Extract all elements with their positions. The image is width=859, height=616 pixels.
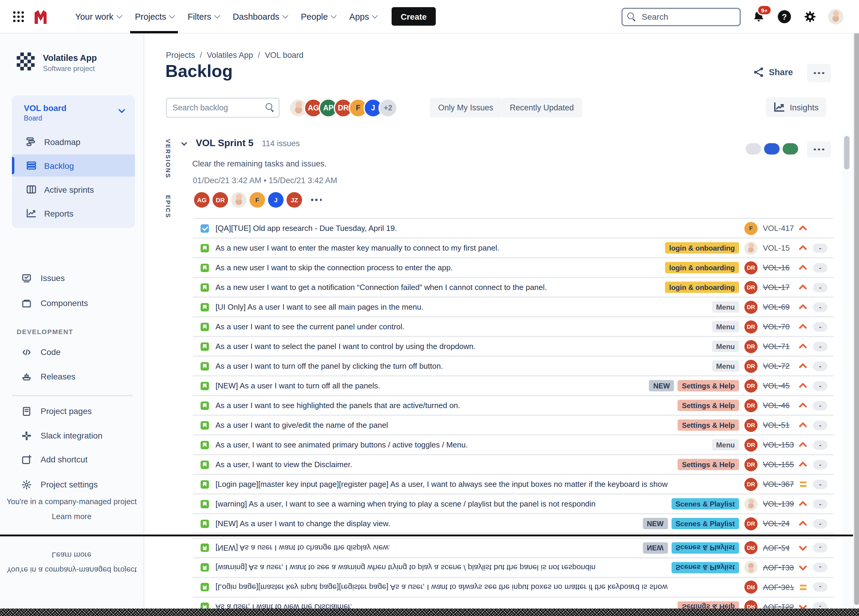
- sprint-name[interactable]: VOL Sprint 5: [196, 138, 253, 148]
- estimate-badge[interactable]: -: [813, 381, 827, 390]
- learn-more-link[interactable]: Learn more: [0, 512, 143, 521]
- assignee-avatar[interactable]: DR: [744, 458, 757, 471]
- settings-gear-icon[interactable]: [802, 9, 818, 25]
- content-scrollbar-thumb[interactable]: [844, 136, 850, 170]
- assignee-avatar[interactable]: DR: [744, 359, 757, 373]
- backlog-issue-row[interactable]: As a user, I want to see animated primar…: [193, 435, 833, 454]
- estimate-badge[interactable]: -: [813, 420, 827, 430]
- assignee-avatar[interactable]: DR: [744, 379, 757, 392]
- estimate-badge[interactable]: -: [813, 543, 827, 553]
- chevron-down-icon[interactable]: [119, 106, 125, 113]
- estimate-badge[interactable]: -: [813, 401, 827, 410]
- help-icon[interactable]: ?: [776, 9, 792, 25]
- estimate-badge[interactable]: -: [813, 479, 827, 489]
- insights-button[interactable]: Insights: [766, 97, 826, 117]
- avatar-+2[interactable]: +2: [378, 98, 398, 117]
- sidebar-item-components[interactable]: Components: [0, 293, 144, 313]
- window-scrollbar[interactable]: [853, 0, 859, 608]
- avatar-f[interactable]: F: [250, 192, 265, 207]
- estimate-badge[interactable]: -: [813, 583, 827, 592]
- backlog-issue-row[interactable]: As a new user I want to get a notificati…: [193, 278, 833, 296]
- page-more-actions-button[interactable]: [807, 64, 831, 82]
- assignee-avatar[interactable]: DR: [744, 517, 757, 530]
- user-avatar[interactable]: [828, 9, 843, 25]
- sidebar-item-active-sprints[interactable]: Active sprints: [12, 178, 135, 200]
- sidebar-item-reports[interactable]: Reports: [12, 202, 135, 224]
- backlog-issue-row[interactable]: As a new user I want to enter the master…: [193, 239, 833, 257]
- sprint-collapse-chevron-icon[interactable]: [181, 140, 187, 146]
- app-switcher-icon[interactable]: [8, 6, 29, 27]
- backlog-issue-row[interactable]: [warning] As a user, I want to see a war…: [193, 494, 833, 513]
- assignee-avatar[interactable]: DR: [744, 320, 757, 333]
- backlog-issue-row[interactable]: As a user, I want to view the Disclaimer…: [193, 598, 833, 608]
- assignee-avatar[interactable]: DR: [744, 300, 757, 313]
- sidebar-item-issues[interactable]: Issues: [0, 268, 144, 288]
- estimate-badge[interactable]: -: [813, 361, 827, 371]
- avatar-jz[interactable]: JZ: [287, 192, 302, 207]
- sidebar-item-add-shortcut[interactable]: Add shortcut: [0, 450, 144, 469]
- estimate-badge[interactable]: -: [813, 302, 827, 312]
- estimate-badge[interactable]: -: [813, 342, 827, 351]
- assignee-avatar[interactable]: [744, 561, 757, 574]
- assignee-avatar[interactable]: DR: [744, 438, 757, 451]
- backlog-issue-row[interactable]: As a new user I want to skip the connect…: [193, 258, 833, 277]
- backlog-issue-row[interactable]: As a user, I want to view the Disclaimer…: [193, 455, 833, 474]
- avatar-j[interactable]: J: [268, 192, 284, 207]
- estimate-badge[interactable]: -: [813, 243, 827, 253]
- backlog-issue-row[interactable]: As a user I want to see the current pane…: [193, 317, 833, 336]
- share-button[interactable]: Share: [753, 67, 793, 78]
- assignee-avatar[interactable]: DR: [744, 477, 757, 491]
- sidebar-item-project-pages[interactable]: Project pages: [0, 402, 144, 421]
- estimate-badge[interactable]: -: [813, 519, 827, 528]
- nav-menu-apps[interactable]: Apps: [342, 0, 383, 33]
- backlog-issue-row[interactable]: As a user I want to select the panel I w…: [193, 337, 833, 356]
- window-scrollbar-thumb[interactable]: [854, 2, 859, 605]
- content-scrollbar[interactable]: [842, 133, 851, 535]
- notifications-bell-icon[interactable]: 9+: [751, 9, 767, 25]
- only-my-issues-button[interactable]: Only My Issues: [430, 98, 502, 117]
- estimate-badge[interactable]: -: [813, 440, 827, 449]
- breadcrumb-item[interactable]: VOL board: [265, 51, 303, 60]
- nav-menu-your-work[interactable]: Your work: [68, 0, 128, 33]
- sprint-more-actions-button[interactable]: [807, 141, 831, 158]
- estimate-badge[interactable]: -: [813, 602, 827, 608]
- estimate-badge[interactable]: -: [813, 322, 827, 331]
- assignee-avatar[interactable]: DR: [744, 399, 757, 412]
- board-name[interactable]: VOL board: [24, 103, 67, 113]
- backlog-issue-row[interactable]: [NEW] As a user I want to turn off all t…: [193, 376, 833, 395]
- nav-menu-filters[interactable]: Filters: [181, 0, 226, 33]
- product-logo-icon[interactable]: [32, 8, 50, 25]
- avatar-ag[interactable]: AG: [194, 192, 209, 207]
- backlog-issue-row[interactable]: [UI Only] As a user I want to see all ma…: [193, 298, 833, 316]
- sidebar-item-roadmap[interactable]: Roadmap: [12, 131, 135, 153]
- nav-menu-people[interactable]: People: [294, 0, 342, 33]
- estimate-badge[interactable]: -: [813, 263, 827, 272]
- sidebar-item-backlog[interactable]: Backlog: [12, 154, 135, 176]
- assignee-avatar[interactable]: DR: [744, 600, 757, 608]
- more-members-icon[interactable]: [311, 199, 322, 201]
- assignee-avatar[interactable]: [744, 497, 757, 510]
- backlog-issue-row[interactable]: [QA][TUE] Old app research - Due Tuesday…: [193, 219, 833, 237]
- backlog-issue-row[interactable]: As a user I want to turn off the panel b…: [193, 357, 833, 375]
- global-search-input[interactable]: [622, 8, 741, 26]
- estimate-badge[interactable]: -: [813, 563, 827, 572]
- backlog-search-input[interactable]: [166, 98, 280, 117]
- breadcrumb-item[interactable]: Projects: [166, 51, 195, 60]
- sidebar-item-releases[interactable]: Releases: [0, 367, 144, 386]
- nav-menu-projects[interactable]: Projects: [128, 0, 181, 33]
- assignee-avatar[interactable]: DR: [744, 541, 757, 555]
- sidebar-item-slack-integration[interactable]: Slack integration: [0, 426, 144, 445]
- assignee-avatar[interactable]: DR: [744, 281, 757, 294]
- recently-updated-button[interactable]: Recently Updated: [501, 98, 582, 117]
- assignee-avatar[interactable]: DR: [744, 418, 757, 432]
- assignee-avatar[interactable]: DR: [744, 340, 757, 353]
- backlog-issue-row[interactable]: [Login page][master key input page][regi…: [193, 475, 833, 493]
- assignee-avatar[interactable]: DR: [744, 261, 757, 274]
- estimate-badge[interactable]: -: [813, 460, 827, 469]
- backlog-issue-row[interactable]: As a user I want to give/edit the name o…: [193, 416, 833, 434]
- epics-panel-label[interactable]: EPICS: [165, 195, 172, 218]
- avatar-dr[interactable]: DR: [212, 192, 228, 207]
- estimate-badge[interactable]: -: [813, 499, 827, 508]
- backlog-issue-row[interactable]: [Login page][master key input page][regi…: [193, 578, 833, 597]
- assignee-avatar[interactable]: F: [744, 221, 757, 235]
